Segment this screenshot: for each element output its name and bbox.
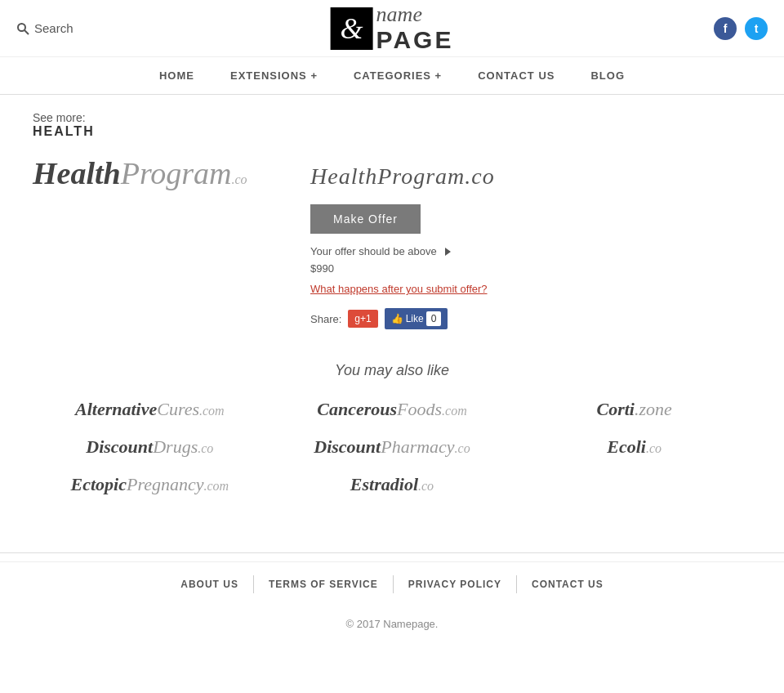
- footer-nav-privacy[interactable]: PRIVACY POLICY: [394, 575, 517, 593]
- domain-name-text: DiscountDrugs.co: [86, 436, 213, 458]
- domain-name-text: Ecoli.co: [607, 436, 662, 458]
- gplus-button[interactable]: g+1: [348, 310, 377, 328]
- twitter-icon[interactable]: t: [745, 17, 768, 40]
- list-item[interactable]: CancerousFoods.com: [317, 399, 466, 420]
- domain-name-text: DiscountPharmacy.co: [314, 436, 470, 458]
- domain-logo-ext: .co: [232, 172, 247, 186]
- social-icons: f t: [714, 17, 768, 40]
- domain-logo-text: HealthProgram.co: [33, 155, 278, 191]
- domain-heading: HealthProgram.co: [310, 163, 751, 190]
- list-item[interactable]: EctopicPregnancy.com: [71, 474, 229, 495]
- list-item[interactable]: Ecoli.co: [607, 436, 662, 458]
- logo-icon: &: [331, 7, 373, 50]
- see-more-label: See more:: [33, 111, 86, 124]
- logo-name: name: [376, 3, 454, 27]
- list-item[interactable]: Corti.zone: [597, 399, 672, 420]
- domain-name-text: AlternativeCures.com: [75, 399, 225, 420]
- fb-count: 0: [426, 311, 442, 326]
- share-area: Share: g+1 👍 Like 0: [310, 308, 751, 329]
- footer-nav-contact[interactable]: CONTACT US: [517, 575, 618, 593]
- what-happens-link[interactable]: What happens after you submit offer?: [310, 283, 751, 295]
- domain-name-text: CancerousFoods.com: [317, 399, 466, 420]
- domain-logo-light: Program: [121, 156, 232, 190]
- arrow-right-icon: [445, 248, 451, 256]
- list-item[interactable]: Estradiol.co: [350, 474, 434, 495]
- logo-text: name PAGE: [376, 3, 454, 54]
- main-content: See more: HEALTH HealthProgram.co Health…: [0, 95, 784, 544]
- see-more: See more: HEALTH: [33, 111, 751, 139]
- logo[interactable]: & name PAGE: [331, 3, 454, 54]
- domain-name-text: Corti.zone: [597, 399, 672, 420]
- footer-nav-about[interactable]: ABOUT US: [166, 575, 254, 593]
- category-link[interactable]: HEALTH: [33, 124, 751, 139]
- domain-area: HealthProgram.co HealthProgram.co Make O…: [33, 155, 751, 329]
- list-item[interactable]: DiscountDrugs.co: [86, 436, 213, 458]
- also-like-section: You may also like AlternativeCures.com C…: [33, 362, 751, 495]
- domain-logo: HealthProgram.co: [33, 155, 278, 191]
- make-offer-button[interactable]: Make Offer: [310, 204, 421, 234]
- domain-name-text: EctopicPregnancy.com: [71, 474, 229, 495]
- svg-point-0: [18, 24, 25, 31]
- svg-line-1: [24, 30, 29, 34]
- share-label: Share:: [310, 313, 341, 325]
- header: Search & name PAGE f t: [0, 0, 784, 57]
- nav-item-extensions[interactable]: EXTENSIONS +: [212, 57, 336, 94]
- nav-item-categories[interactable]: CATEGORIES +: [336, 57, 460, 94]
- facebook-icon[interactable]: f: [714, 17, 737, 40]
- footer-copy: © 2017 Namepage.: [0, 606, 784, 655]
- footer: ABOUT US TERMS OF SERVICE PRIVACY POLICY…: [0, 552, 784, 655]
- search-button[interactable]: Search: [16, 21, 74, 35]
- domain-details: HealthProgram.co Make Offer Your offer s…: [310, 155, 751, 329]
- copyright-text: © 2017 Namepage.: [346, 618, 439, 630]
- list-item[interactable]: DiscountPharmacy.co: [314, 436, 470, 458]
- search-icon: [16, 22, 29, 35]
- offer-amount: $990: [310, 262, 751, 275]
- nav-item-blog[interactable]: BLOG: [572, 57, 643, 94]
- offer-note: Your offer should be above: [310, 245, 751, 257]
- also-like-title: You may also like: [33, 362, 751, 379]
- domain-grid: AlternativeCures.com CancerousFoods.com …: [33, 399, 751, 495]
- nav-item-contact[interactable]: CONTACT US: [460, 57, 572, 94]
- nav-item-home[interactable]: HOME: [141, 57, 212, 94]
- domain-name-text: Estradiol.co: [350, 474, 434, 495]
- logo-page: PAGE: [376, 26, 454, 53]
- gplus-label: g+1: [354, 313, 371, 324]
- list-item[interactable]: AlternativeCures.com: [75, 399, 225, 420]
- footer-divider: [0, 552, 784, 553]
- footer-nav: ABOUT US TERMS OF SERVICE PRIVACY POLICY…: [0, 561, 784, 606]
- domain-logo-bold: Health: [33, 156, 121, 190]
- offer-note-text: Your offer should be above: [310, 245, 437, 257]
- main-nav: HOME EXTENSIONS + CATEGORIES + CONTACT U…: [0, 57, 784, 95]
- search-label: Search: [34, 21, 74, 35]
- footer-nav-terms[interactable]: TERMS OF SERVICE: [254, 575, 394, 593]
- fb-like-label: Like: [406, 313, 424, 324]
- fb-like-button[interactable]: 👍 Like 0: [385, 308, 448, 329]
- fb-like-icon: 👍: [391, 313, 403, 324]
